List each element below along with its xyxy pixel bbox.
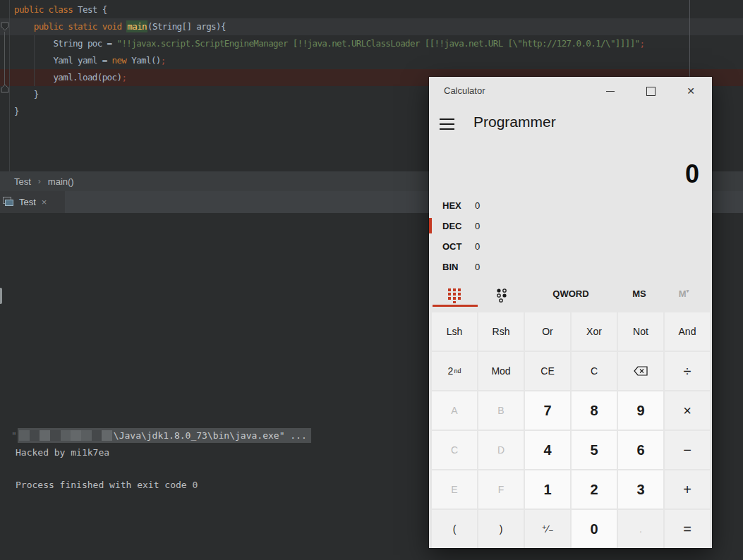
radix-row-bin[interactable]: BIN0 <box>429 257 712 277</box>
radix-value: 0 <box>475 241 480 252</box>
radix-row-dec[interactable]: DEC0 <box>429 216 712 236</box>
run-tab[interactable]: Test × <box>0 191 65 213</box>
memory-flyout-button: M▾ <box>668 288 700 299</box>
memory-store-button[interactable]: MS <box>620 288 659 299</box>
button-close-paren[interactable]: ) <box>478 510 524 548</box>
close-icon: ✕ <box>687 86 695 96</box>
button-3[interactable]: 3 <box>618 470 663 509</box>
button-not[interactable]: Not <box>618 312 663 351</box>
window-title: Calculator <box>444 85 485 96</box>
button-a: A <box>432 391 477 430</box>
button-open-paren[interactable]: ( <box>432 510 477 548</box>
button-2nd[interactable]: 2nd <box>432 352 477 390</box>
radix-value: 0 <box>475 200 480 211</box>
censor-mosaic <box>19 430 112 441</box>
button-hex-c: C <box>432 431 477 469</box>
calculator-keypad: LshRshOrXorNotAnd2ndModCEC÷AB789×CD456−E… <box>432 312 710 548</box>
button-6[interactable]: 6 <box>618 431 663 469</box>
button-equals[interactable]: = <box>665 510 710 548</box>
breadcrumb-item-method[interactable]: main() <box>48 176 74 187</box>
radix-rows: HEX0DEC0OCT0BIN0 <box>429 195 712 277</box>
code-line-3: String poc = "!!javax.script.ScriptEngin… <box>14 35 644 52</box>
tab-close-icon[interactable]: × <box>42 197 47 207</box>
active-radix-indicator <box>429 218 432 233</box>
breadcrumb-item-class[interactable]: Test <box>14 176 31 187</box>
calculator-titlebar[interactable]: Calculator ✕ <box>429 77 712 105</box>
button-9[interactable]: 9 <box>618 391 663 430</box>
menu-icon[interactable] <box>440 118 454 130</box>
radix-row-hex[interactable]: HEX0 <box>429 195 712 216</box>
console-run-command: " \Java\jdk1.8.0_73\bin\java.exe" ... <box>11 428 311 443</box>
radix-label: HEX <box>442 200 475 211</box>
button-mod[interactable]: Mod <box>478 352 524 390</box>
editor-gutter <box>0 0 10 171</box>
maximize-button[interactable] <box>636 77 665 105</box>
button-negate[interactable]: ⁺⁄₋ <box>525 510 570 548</box>
button-8[interactable]: 8 <box>572 391 617 430</box>
button-c[interactable]: C <box>572 352 617 390</box>
button-2[interactable]: 2 <box>572 470 617 509</box>
bit-toggle-icon[interactable] <box>491 287 512 304</box>
button-4[interactable]: 4 <box>525 431 570 469</box>
censored-path: \Java\jdk1.8.0_73\bin\java.exe" ... <box>18 428 311 443</box>
full-keypad-icon[interactable] <box>444 287 465 304</box>
button-decimal: . <box>618 510 663 548</box>
minimize-button[interactable] <box>596 77 624 105</box>
fold-collapse-icon[interactable] <box>1 22 9 31</box>
code-line-4: Yaml yaml = new Yaml(); <box>14 52 644 69</box>
calculator-header: Programmer <box>429 114 712 138</box>
radix-indicator <box>429 197 432 213</box>
fold-expand-icon[interactable] <box>1 84 9 93</box>
button-plus[interactable]: + <box>665 470 710 509</box>
breadcrumb-separator-icon: › <box>38 176 41 186</box>
button-f: F <box>478 470 524 509</box>
code-line-1: public class Test { <box>14 1 644 18</box>
button-b: B <box>478 391 524 430</box>
radix-value: 0 <box>475 262 480 272</box>
maximize-icon <box>646 87 656 96</box>
chevron-down-icon: ▾ <box>687 288 689 293</box>
console-exit-line: Process finished with exit code 0 <box>16 480 198 490</box>
radix-label: OCT <box>442 241 475 252</box>
screen: public class Test { public static void m… <box>0 0 743 560</box>
button-5[interactable]: 5 <box>572 431 617 469</box>
run-tab-label: Test <box>19 197 36 207</box>
run-command-prefix: " <box>11 430 17 441</box>
button-backspace[interactable] <box>618 352 663 390</box>
radix-indicator <box>429 259 432 274</box>
button-minus[interactable]: − <box>665 431 710 469</box>
calculator-toolbar: QWORD MS M▾ <box>429 286 712 307</box>
console-output-line: Hacked by mi1k7ea <box>16 447 109 458</box>
button-7[interactable]: 7 <box>525 391 570 430</box>
radix-indicator <box>429 238 432 254</box>
minimize-icon <box>606 91 615 92</box>
radix-label: DEC <box>442 221 475 231</box>
toolwindow-stripe <box>0 288 2 304</box>
word-size-button[interactable]: QWORD <box>542 288 600 299</box>
run-command-text: \Java\jdk1.8.0_73\bin\java.exe" ... <box>114 430 307 441</box>
button-d: D <box>478 431 524 469</box>
button-1[interactable]: 1 <box>525 470 570 509</box>
button-xor[interactable]: Xor <box>572 312 617 351</box>
radix-row-oct[interactable]: OCT0 <box>429 236 712 257</box>
code-line-2: public static void main(String[] args){ <box>14 18 644 35</box>
button-multiply[interactable]: × <box>665 391 710 430</box>
close-button[interactable]: ✕ <box>677 77 705 105</box>
fold-region-line <box>4 32 5 85</box>
button-or[interactable]: Or <box>525 312 570 351</box>
mode-title: Programmer <box>473 114 556 130</box>
button-rsh[interactable]: Rsh <box>478 312 524 351</box>
button-0[interactable]: 0 <box>572 510 617 548</box>
button-divide[interactable]: ÷ <box>665 352 710 390</box>
calculator-display: 0 <box>685 158 699 190</box>
run-console-icon <box>3 197 15 207</box>
active-tab-underline <box>433 305 478 307</box>
radix-value: 0 <box>475 221 480 231</box>
button-and[interactable]: And <box>665 312 710 351</box>
calculator-window: Calculator ✕ Programmer 0 HEX0DEC0OCT0BI… <box>429 77 712 548</box>
button-e: E <box>432 470 477 509</box>
button-ce[interactable]: CE <box>525 352 570 390</box>
radix-label: BIN <box>442 262 475 272</box>
button-lsh[interactable]: Lsh <box>432 312 477 351</box>
